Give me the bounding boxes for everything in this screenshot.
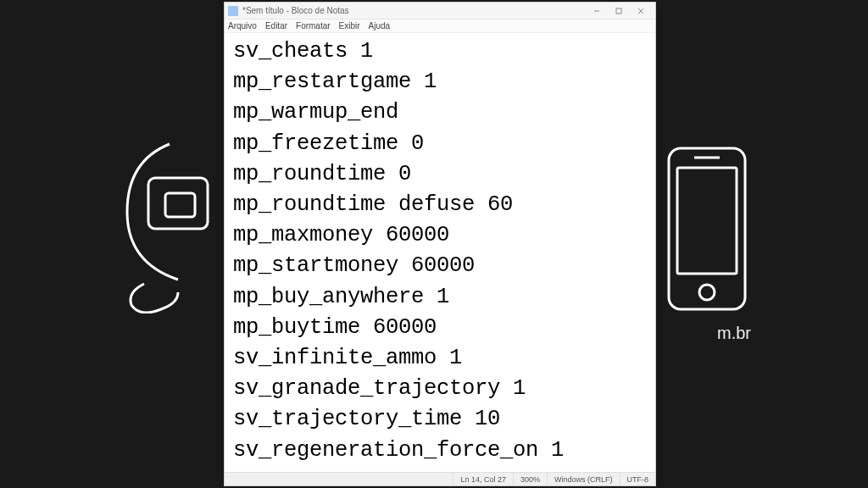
window-controls <box>586 3 652 19</box>
maximize-button[interactable] <box>608 3 630 19</box>
svg-rect-2 <box>669 148 745 309</box>
menu-format[interactable]: Formatar <box>296 21 331 30</box>
maximize-icon <box>615 8 622 14</box>
status-encoding: UTF-8 <box>620 473 656 485</box>
menu-file[interactable]: Arquivo <box>228 21 257 30</box>
notepad-window: *Sem título - Bloco de Notas Arquivo Edi… <box>224 2 656 486</box>
background-domain-text: m.br <box>717 324 751 343</box>
minimize-button[interactable] <box>586 3 608 19</box>
menu-view[interactable]: Exibir <box>339 21 360 30</box>
close-icon <box>637 8 644 14</box>
notepad-app-icon <box>228 6 238 16</box>
close-button[interactable] <box>630 3 652 19</box>
decoration-phone-right <box>665 144 749 313</box>
menu-help[interactable]: Ajuda <box>369 21 391 30</box>
menubar: Arquivo Editar Formatar Exibir Ajuda <box>225 19 655 33</box>
svg-rect-1 <box>165 193 195 217</box>
window-title: *Sem título - Bloco de Notas <box>242 6 586 15</box>
svg-point-5 <box>699 285 715 300</box>
minimize-icon <box>593 8 600 14</box>
text-editor-area[interactable]: sv_cheats 1 mp_restartgame 1 mp_warmup_e… <box>225 33 655 472</box>
status-line-ending: Windows (CRLF) <box>547 473 620 485</box>
svg-rect-7 <box>616 8 621 14</box>
status-cursor-position: Ln 14, Col 27 <box>453 473 513 485</box>
svg-rect-0 <box>148 178 208 229</box>
statusbar: Ln 14, Col 27 300% Windows (CRLF) UTF-8 <box>225 472 655 485</box>
status-zoom: 300% <box>513 473 547 485</box>
svg-rect-3 <box>677 168 737 274</box>
menu-edit[interactable]: Editar <box>265 21 287 30</box>
titlebar[interactable]: *Sem título - Bloco de Notas <box>225 3 655 19</box>
